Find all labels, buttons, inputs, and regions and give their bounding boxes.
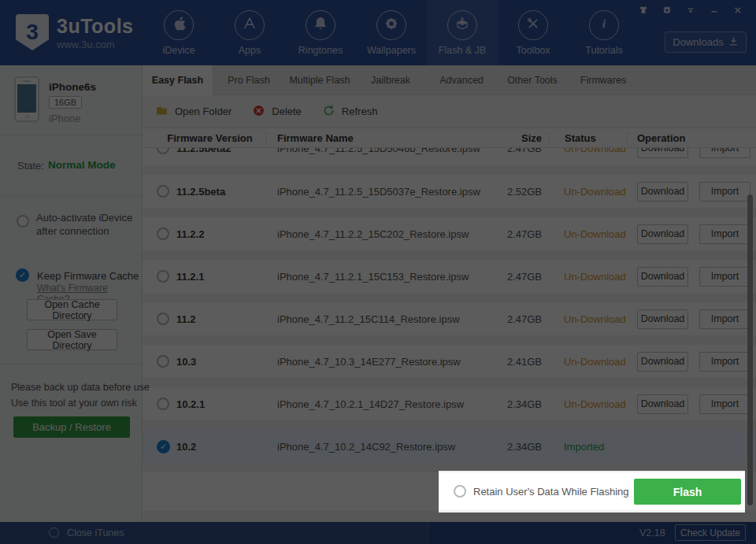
nav-wallpapers[interactable]: Wallpapers <box>356 0 427 65</box>
logo-shield-icon: 3 <box>16 14 49 50</box>
menu-icon[interactable] <box>682 3 699 17</box>
nav-toolbox[interactable]: Toolbox <box>498 0 569 65</box>
firmware-name: iPhone_4.7_11.2.1_15C153_Restore.ipsw <box>277 271 486 283</box>
delete-button[interactable]: Delete <box>252 104 302 120</box>
close-itunes-label[interactable]: Close iTunes <box>67 527 124 538</box>
close-itunes-radio[interactable] <box>49 527 59 538</box>
firmware-status: Un-Download <box>542 148 628 154</box>
firmware-version: 11.2.2 <box>176 228 277 240</box>
tab-other-tools[interactable]: Other Tools <box>497 65 568 95</box>
firmware-select-radio[interactable] <box>157 228 169 240</box>
table-row[interactable]: ✓ 10.2 iPhone_4.7_10.2_14C92_Restore.ips… <box>143 430 756 463</box>
col-firmware-version: Firmware Version <box>143 132 277 144</box>
header-bar: 3 3uTools www.3u.com iDevice Apps Ringto… <box>0 0 756 65</box>
download-button[interactable]: Download <box>637 267 688 287</box>
import-button[interactable]: Import <box>699 394 750 414</box>
retain-data-label: Retain User's Data While Flashing <box>473 486 629 498</box>
table-row[interactable]: 11.2 iPhone_4.7_11.2_15C114_Restore.ipsw… <box>143 302 756 335</box>
nav-apps[interactable]: Apps <box>214 0 285 65</box>
table-row[interactable]: 11.2.2 iPhone_4.7_11.2.2_15C202_Restore.… <box>143 217 756 250</box>
firmware-select-radio[interactable] <box>157 355 169 368</box>
firmware-select-radio[interactable] <box>157 185 169 198</box>
import-button[interactable]: Import <box>699 352 750 372</box>
nav-tutorials[interactable]: i Tutorials <box>569 0 639 65</box>
firmware-select-radio[interactable] <box>157 313 169 325</box>
firmware-select-radio[interactable] <box>157 270 169 283</box>
nav-idevice[interactable]: iDevice <box>143 0 214 65</box>
tab-easy-flash[interactable]: Easy Flash <box>143 65 213 95</box>
main-content: Easy Flash Pro Flash Multiple Flash Jail… <box>143 65 756 522</box>
settings-gear-icon[interactable] <box>658 3 676 17</box>
download-button[interactable]: Download <box>637 224 688 244</box>
firmware-toolbar: Open Folder Delete Refresh <box>143 95 756 128</box>
firmware-select-radio[interactable] <box>157 148 169 154</box>
open-save-directory-button[interactable]: Open Save Directory <box>27 329 117 350</box>
firmware-version: 10.2.1 <box>176 398 277 410</box>
firmware-name: iPhone_4.7_11.2.2_15C202_Restore.ipsw <box>277 228 486 240</box>
check-update-button[interactable]: Check Update <box>675 524 746 541</box>
retain-data-radio[interactable] <box>454 485 466 498</box>
info-icon: i <box>595 15 613 35</box>
device-capacity-badge: 16GB <box>49 96 82 109</box>
3utools-window: 3 3uTools www.3u.com iDevice Apps Ringto… <box>0 0 756 544</box>
import-button[interactable]: Import <box>699 148 750 158</box>
table-row[interactable]: 11.2.5beta iPhone_4.7_11.2.5_15D5037e_Re… <box>143 175 756 208</box>
download-button[interactable]: Download <box>637 309 688 329</box>
downloads-button[interactable]: Downloads <box>665 31 747 53</box>
firmware-status: Un-Download <box>542 398 628 410</box>
vertical-scrollbar[interactable] <box>747 194 753 505</box>
firmware-select-radio[interactable]: ✓ <box>157 440 170 453</box>
firmware-name: iPhone_4.7_10.2.1_14D27_Restore.ipsw <box>277 398 486 410</box>
firmware-status: Un-Download <box>542 313 628 325</box>
import-button[interactable]: Import <box>699 309 750 329</box>
auto-activate-radio[interactable] <box>17 215 29 228</box>
download-button[interactable]: Download <box>637 394 688 414</box>
device-type: iPhone <box>49 113 80 124</box>
table-row[interactable]: 11.2.5beta2 iPhone_4.7_11.2.5_15D5046b_R… <box>143 148 756 165</box>
open-folder-button[interactable]: Open Folder <box>155 104 232 120</box>
backup-restore-button[interactable]: Backup / Restore <box>13 416 130 438</box>
firmware-size: 2.34GB <box>486 441 542 453</box>
import-button[interactable]: Import <box>699 224 750 244</box>
minimize-icon[interactable] <box>706 3 723 17</box>
download-button[interactable]: Download <box>637 182 688 202</box>
firmware-size: 2.34GB <box>486 398 542 410</box>
refresh-button[interactable]: Refresh <box>322 104 378 120</box>
firmware-name: iPhone_4.7_10.3_14E277_Restore.ipsw <box>277 356 486 368</box>
open-cache-directory-button[interactable]: Open Cache Directory <box>27 299 117 320</box>
auto-activate-label-line1: Auto-activate iDevice <box>36 211 132 224</box>
device-state-row: State: Normal Mode <box>0 135 142 197</box>
firmware-select-radio[interactable] <box>157 398 169 410</box>
bell-icon <box>312 15 329 35</box>
flash-button[interactable]: Flash <box>634 479 741 505</box>
flower-icon <box>383 15 400 35</box>
device-name: iPhone6s <box>49 81 96 93</box>
firmware-status: Un-Download <box>542 271 628 283</box>
theme-icon[interactable] <box>635 3 652 17</box>
device-panel: iPhone6s 16GB iPhone <box>0 65 142 135</box>
tab-advanced[interactable]: Advanced <box>426 65 497 95</box>
close-icon[interactable] <box>729 3 747 17</box>
col-size: Size <box>486 132 542 144</box>
tab-multiple-flash[interactable]: Multiple Flash <box>284 65 355 95</box>
keep-cache-checkbox[interactable]: ✓ <box>16 268 29 282</box>
tab-firmwares[interactable]: Firmwares <box>568 65 639 95</box>
table-row[interactable]: 11.2.1 iPhone_4.7_11.2.1_15C153_Restore.… <box>143 260 756 293</box>
column-separator <box>265 132 266 144</box>
import-button[interactable]: Import <box>699 267 750 287</box>
apple-icon <box>170 15 187 35</box>
nav-ringtones[interactable]: Ringtones <box>285 0 356 65</box>
table-row[interactable]: 10.2.1 iPhone_4.7_10.2.1_14D27_Restore.i… <box>143 387 756 420</box>
download-button[interactable]: Download <box>637 148 688 158</box>
main-nav: iDevice Apps Ringtones Wallpapers Flash … <box>143 0 639 65</box>
download-button[interactable]: Download <box>637 352 688 372</box>
nav-flash-jb[interactable]: Flash & JB <box>427 0 498 65</box>
tab-jailbreak[interactable]: Jailbreak <box>355 65 426 95</box>
keep-cache-label: Keep Firmware Cache <box>37 270 139 282</box>
import-button[interactable]: Import <box>699 182 750 202</box>
sidebar: iPhone6s 16GB iPhone State: Normal Mode … <box>0 65 143 522</box>
app-title: 3uTools <box>57 15 133 38</box>
table-row[interactable]: 10.3 iPhone_4.7_10.3_14E277_Restore.ipsw… <box>143 345 756 378</box>
auto-activate-option[interactable]: Auto-activate iDevice after connection <box>0 197 142 254</box>
tab-pro-flash[interactable]: Pro Flash <box>213 65 284 95</box>
